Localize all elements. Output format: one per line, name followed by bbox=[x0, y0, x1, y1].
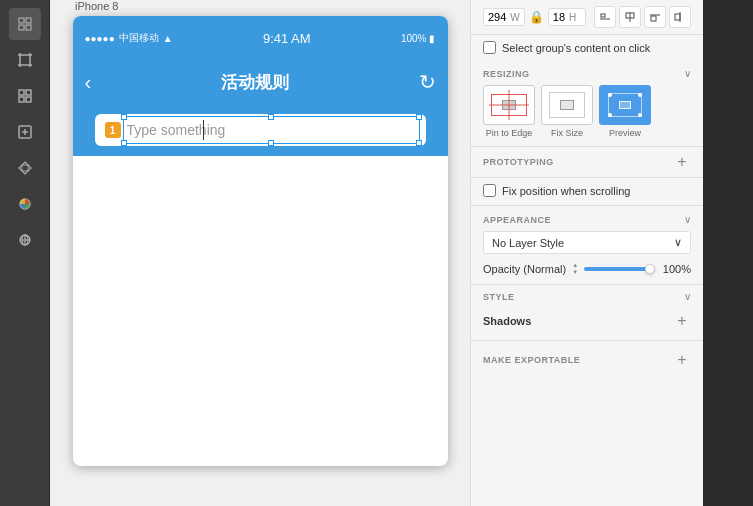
preview-box bbox=[599, 85, 651, 125]
export-title: MAKE EXPORTABLE bbox=[483, 355, 580, 365]
search-placeholder: Type something bbox=[127, 122, 416, 138]
stepper-up-icon: ▲ bbox=[572, 262, 578, 269]
search-bar[interactable]: 1 Type something bbox=[95, 114, 426, 146]
carrier-dots: ●●●●● bbox=[85, 33, 115, 44]
pin-label: Pin to Edge bbox=[486, 128, 533, 138]
status-time: 9:41 AM bbox=[263, 31, 311, 46]
opacity-thumb bbox=[645, 264, 655, 274]
fix-position-row: Fix position when scrolling bbox=[471, 178, 703, 206]
tool-select[interactable] bbox=[9, 8, 41, 40]
lock-icon[interactable]: 🔒 bbox=[529, 10, 544, 24]
preview-graphic bbox=[605, 90, 645, 120]
style-section: STYLE ∨ Shadows + bbox=[471, 285, 703, 341]
height-field[interactable]: 18 H bbox=[548, 8, 586, 26]
select-group-checkbox[interactable] bbox=[483, 41, 496, 54]
dimensions-row: 294 W 🔒 18 H bbox=[471, 0, 703, 35]
carrier-name: 中国移动 bbox=[119, 31, 159, 45]
align-btn-3[interactable] bbox=[644, 6, 666, 28]
style-arrow[interactable]: ∨ bbox=[684, 291, 691, 302]
align-btn-4[interactable] bbox=[669, 6, 691, 28]
battery-icon: ▮ bbox=[429, 33, 435, 44]
fixsize-label: Fix Size bbox=[551, 128, 583, 138]
handle-br bbox=[416, 140, 422, 146]
shadows-add-btn[interactable]: + bbox=[673, 312, 691, 330]
tool-components[interactable] bbox=[9, 152, 41, 184]
width-label: W bbox=[510, 12, 519, 23]
resize-preview[interactable]: Preview bbox=[599, 85, 651, 138]
height-value: 18 bbox=[553, 11, 565, 23]
width-field[interactable]: 294 W bbox=[483, 8, 525, 26]
svg-rect-2 bbox=[19, 25, 24, 30]
status-bar: ●●●●● 中国移动 ▲ 9:41 AM 100% ▮ bbox=[73, 16, 448, 60]
svg-rect-4 bbox=[20, 55, 30, 65]
back-button[interactable]: ‹ bbox=[85, 71, 92, 94]
device-label: iPhone 8 bbox=[75, 0, 118, 12]
svg-rect-14 bbox=[26, 90, 31, 95]
svg-rect-34 bbox=[675, 14, 680, 20]
layer-style-label: No Layer Style bbox=[492, 237, 564, 249]
opacity-slider[interactable] bbox=[584, 267, 655, 271]
align-btn-2[interactable] bbox=[619, 6, 641, 28]
svg-rect-15 bbox=[19, 97, 24, 102]
svg-rect-21 bbox=[22, 165, 28, 171]
handle-tl bbox=[121, 114, 127, 120]
handle-bl bbox=[121, 140, 127, 146]
action-button[interactable]: ↻ bbox=[419, 70, 436, 94]
export-add-btn[interactable]: + bbox=[673, 351, 691, 369]
pin-graphic bbox=[489, 90, 529, 120]
export-row: MAKE EXPORTABLE + bbox=[483, 347, 691, 373]
shadows-label: Shadows bbox=[483, 315, 531, 327]
status-left: ●●●●● 中国移动 ▲ bbox=[85, 31, 173, 45]
cursor bbox=[203, 120, 204, 140]
svg-rect-27 bbox=[601, 14, 605, 17]
stepper-down-icon: ▼ bbox=[572, 269, 578, 276]
phone-content: 1 Type something bbox=[73, 104, 448, 156]
handle-tr bbox=[416, 114, 422, 120]
tool-frame[interactable] bbox=[9, 44, 41, 76]
nav-title: 活动规则 bbox=[91, 71, 418, 94]
align-btn-1[interactable] bbox=[594, 6, 616, 28]
resizing-title: RESIZING bbox=[483, 69, 530, 79]
resizing-arrow[interactable]: ∨ bbox=[684, 68, 691, 79]
tool-grid[interactable] bbox=[9, 80, 41, 112]
export-section: MAKE EXPORTABLE + bbox=[471, 341, 703, 379]
resizing-section: RESIZING ∨ Pin to Edge bbox=[471, 60, 703, 147]
svg-rect-32 bbox=[651, 16, 656, 21]
wifi-icon: ▲ bbox=[163, 33, 173, 44]
opacity-row: Opacity (Normal) ▲ ▼ 100% bbox=[483, 262, 691, 276]
tool-colors[interactable] bbox=[9, 188, 41, 220]
layer-style-select[interactable]: No Layer Style ∨ bbox=[483, 231, 691, 254]
shadows-row: Shadows + bbox=[483, 308, 691, 334]
preview-label: Preview bbox=[609, 128, 641, 138]
width-value: 294 bbox=[488, 11, 506, 23]
resize-pin-to-edge[interactable]: Pin to Edge bbox=[483, 85, 535, 138]
height-label: H bbox=[569, 12, 576, 23]
fix-position-label: Fix position when scrolling bbox=[502, 185, 630, 197]
svg-rect-3 bbox=[26, 25, 31, 30]
layer-style-chevron: ∨ bbox=[674, 236, 682, 249]
svg-rect-1 bbox=[26, 18, 31, 23]
status-right: 100% ▮ bbox=[401, 33, 436, 44]
battery-label: 100% bbox=[401, 33, 427, 44]
alignment-buttons bbox=[594, 6, 691, 28]
appearance-header: APPEARANCE ∨ bbox=[483, 214, 691, 225]
handle-tm bbox=[268, 114, 274, 120]
fix-position-checkbox[interactable] bbox=[483, 184, 496, 197]
fixsize-graphic bbox=[547, 90, 587, 120]
handle-bm bbox=[268, 140, 274, 146]
resize-fix-size[interactable]: Fix Size bbox=[541, 85, 593, 138]
fixsize-box bbox=[541, 85, 593, 125]
opacity-value: 100% bbox=[661, 263, 691, 275]
style-header: STYLE ∨ bbox=[483, 291, 691, 302]
resizing-header: RESIZING ∨ bbox=[483, 68, 691, 79]
pin-box bbox=[483, 85, 535, 125]
nav-bar: ‹ 活动规则 ↻ bbox=[73, 60, 448, 104]
select-group-row: Select group's content on click bbox=[471, 35, 703, 60]
tool-insert[interactable] bbox=[9, 116, 41, 148]
svg-rect-0 bbox=[19, 18, 24, 23]
prototyping-add-btn[interactable]: + bbox=[673, 153, 691, 171]
opacity-stepper[interactable]: ▲ ▼ bbox=[572, 262, 578, 276]
appearance-arrow[interactable]: ∨ bbox=[684, 214, 691, 225]
tool-prototype[interactable] bbox=[9, 224, 41, 256]
appearance-title: APPEARANCE bbox=[483, 215, 551, 225]
